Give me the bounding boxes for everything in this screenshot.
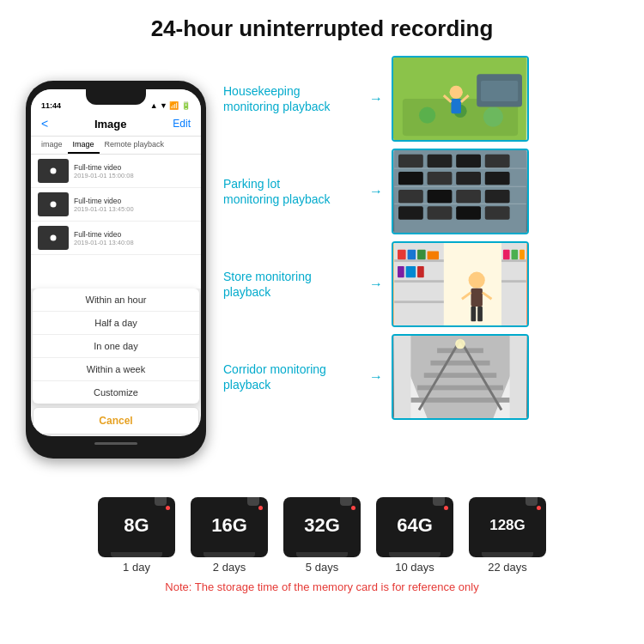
svg-rect-29 [456,206,481,219]
phone-screen-title: Image [94,118,127,131]
svg-rect-57 [519,250,525,260]
parking-label: Parking lotmonitoring playback [223,176,361,207]
sd-days-16g: 2 days [213,561,246,574]
phone-time: 11:44 [41,101,61,110]
list-item: Full-time video 2019-01-01 13:40:08 [31,222,201,255]
item-date: 2019-01-01 13:40:08 [74,239,194,246]
svg-rect-25 [456,190,481,203]
svg-rect-26 [485,190,510,203]
svg-rect-37 [394,280,444,283]
monitoring-corridor: Corridor monitoringplayback → [223,334,627,420]
sd-card-group-16g: 16G 2 days [191,497,268,574]
sd-card-notch [247,497,259,506]
sd-card-32g: 32G [283,497,361,557]
dropdown-item-week[interactable]: Within a week [33,358,199,381]
store-image [392,241,529,327]
svg-rect-18 [485,155,510,167]
sd-card-128g: 128G [469,497,546,557]
sd-card-group-8g: 8G 1 day [98,497,175,574]
svg-rect-21 [456,172,481,185]
svg-rect-68 [394,336,410,418]
svg-rect-53 [501,259,526,262]
dropdown-item-half-day[interactable]: Half a day [33,312,199,335]
sd-card-notch [155,497,167,506]
arrow-icon: → [369,369,383,385]
item-title: Full-time video [74,197,194,205]
phone-screen: 11:44 ▲ ▼ 📶 🔋 < Image Edit image Image R… [31,89,201,436]
svg-rect-69 [510,336,526,418]
header: 24-hour uninterrupted recording [0,0,644,51]
svg-rect-45 [417,266,424,277]
phone-tab-image[interactable]: image [36,137,68,154]
sd-days-32g: 5 days [306,561,338,574]
svg-rect-40 [408,250,416,260]
dropdown-item-within-hour[interactable]: Within an hour [33,289,199,312]
svg-rect-30 [485,206,510,219]
video-thumb [38,159,69,183]
item-info: Full-time video 2019-01-01 13:40:08 [74,230,194,246]
phone-tabs: image Image Remote playback [31,137,201,155]
phone-tab-remote[interactable]: Remote playback [100,137,170,154]
phone-icons: ▲ ▼ 📶 🔋 [150,101,191,110]
main-content: 11:44 ▲ ▼ 📶 🔋 < Image Edit image Image R… [0,51,644,489]
phone-list: Full-time video 2019-01-01 15:00:08 Full… [31,155,201,289]
phone-dropdown: Within an hour Half a day In one day Wit… [33,289,199,404]
sd-card-notch [526,497,538,506]
svg-rect-36 [394,259,444,262]
sd-card-label-128g: 128G [489,517,526,534]
dropdown-item-customize[interactable]: Customize [33,381,199,404]
svg-rect-15 [398,155,423,167]
phone-notch [86,89,146,105]
svg-rect-19 [398,172,423,185]
video-thumb [38,226,69,250]
phone-tab-image2[interactable]: Image [68,137,100,154]
svg-rect-11 [451,99,461,113]
sd-days-8g: 1 day [123,561,150,574]
phone-nav: < Image Edit [31,113,201,137]
svg-rect-22 [485,172,510,185]
svg-rect-17 [456,155,481,167]
svg-rect-63 [430,361,489,366]
sd-card-dot [537,506,541,510]
sd-card-group-64g: 64G 10 days [376,497,453,574]
svg-rect-24 [428,190,453,203]
sd-card-group-32g: 32G 5 days [283,497,361,574]
dropdown-item-one-day[interactable]: In one day [33,335,199,358]
sd-card-label-16g: 16G [211,514,247,537]
storage-note: Note: The storage time of the memory car… [17,580,627,593]
phone-home-bar [31,436,201,450]
phone-back[interactable]: < [41,117,48,131]
sd-card-dot [166,506,170,510]
svg-rect-42 [428,252,439,260]
item-info: Full-time video 2019-01-01 13:45:00 [74,197,194,213]
svg-point-67 [455,339,465,349]
svg-rect-55 [503,250,510,260]
phone-edit[interactable]: Edit [173,118,191,130]
svg-rect-23 [398,190,423,203]
sd-days-128g: 22 days [488,561,527,574]
svg-rect-16 [428,155,453,167]
sd-card-8g: 8G [98,497,175,557]
store-label: Store monitoringplayback [223,269,361,300]
svg-rect-38 [394,301,444,303]
sd-card-dot [351,506,355,510]
list-item: Full-time video 2019-01-01 13:45:00 [31,188,201,222]
home-bar-line [94,442,137,445]
phone-cancel-button[interactable]: Cancel [33,407,199,434]
svg-point-0 [51,168,57,174]
svg-rect-44 [406,266,416,277]
sd-card-16g: 16G [191,497,268,557]
phone-wrapper: 11:44 ▲ ▼ 📶 🔋 < Image Edit image Image R… [17,51,215,489]
svg-point-2 [51,235,57,241]
svg-rect-43 [398,266,404,277]
sd-card-group-128g: 128G 22 days [469,497,546,574]
page-title: 24-hour uninterrupted recording [17,15,627,42]
sd-card-label-8g: 8G [124,514,149,537]
svg-rect-9 [481,81,518,101]
item-title: Full-time video [74,163,194,172]
svg-rect-41 [417,250,426,260]
monitoring-housekeeping: Housekeepingmonitoring playback → [223,56,627,142]
storage-section: 8G 1 day 16G 2 days 32G 5 days [0,489,644,593]
svg-rect-50 [471,307,476,321]
svg-rect-47 [471,289,482,307]
